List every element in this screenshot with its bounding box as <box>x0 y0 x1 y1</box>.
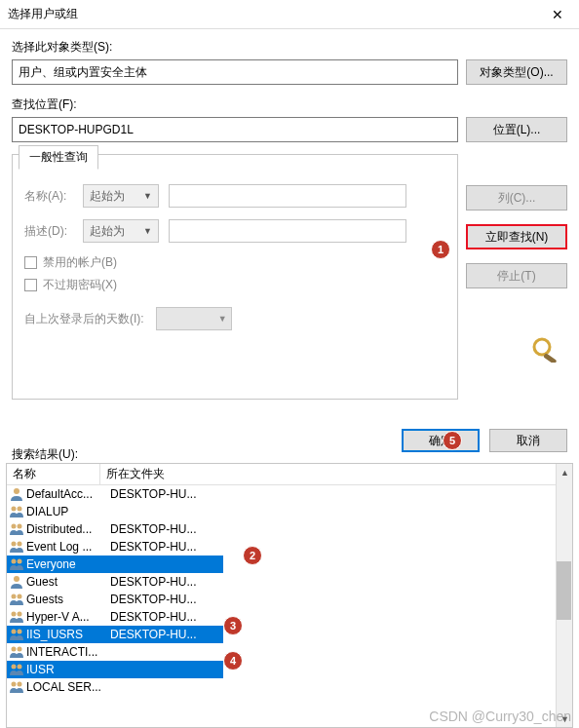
row-name: LOCAL SER... <box>26 680 102 694</box>
table-row[interactable]: Distributed...DESKTOP-HU... <box>7 520 572 538</box>
chevron-down-icon: ▼ <box>218 314 227 324</box>
row-folder: DESKTOP-HU... <box>102 522 572 536</box>
titlebar: 选择用户或组 ✕ <box>0 0 579 29</box>
row-folder: DESKTOP-HU... <box>102 540 572 554</box>
desc-operator-value: 起始为 <box>90 223 125 240</box>
svg-point-4 <box>18 507 22 512</box>
no-expire-checkbox[interactable] <box>24 279 37 291</box>
col-folder[interactable]: 所在文件夹 <box>100 464 572 484</box>
object-type-button[interactable]: 对象类型(O)... <box>466 59 567 85</box>
svg-point-20 <box>12 665 17 670</box>
group-icon <box>9 662 24 677</box>
svg-point-13 <box>18 594 22 599</box>
location-label: 查找位置(F): <box>12 96 567 113</box>
results-table: 名称 所在文件夹 DefaultAcc...DESKTOP-HU...DIALU… <box>6 463 573 728</box>
row-name: Distributed... <box>26 522 102 536</box>
disabled-accounts-checkbox[interactable] <box>24 256 37 269</box>
chevron-down-icon: ▼ <box>143 226 152 236</box>
query-tab[interactable]: 一般性查询 <box>19 145 98 170</box>
svg-point-16 <box>12 630 17 634</box>
row-name: DIALUP <box>26 505 102 518</box>
row-name: DefaultAcc... <box>26 487 102 501</box>
svg-point-19 <box>18 647 22 652</box>
svg-point-8 <box>18 542 22 547</box>
svg-point-5 <box>12 524 17 529</box>
table-row[interactable]: GuestDESKTOP-HU... <box>7 573 572 591</box>
col-name[interactable]: 名称 <box>7 464 100 484</box>
svg-point-23 <box>18 682 22 687</box>
scroll-up-arrow-icon[interactable]: ▲ <box>557 464 573 480</box>
columns-button[interactable]: 列(C)... <box>466 185 567 211</box>
table-row[interactable]: INTERACTI... <box>7 643 572 661</box>
svg-point-10 <box>18 559 22 564</box>
svg-point-7 <box>12 542 17 547</box>
name-input[interactable] <box>169 184 406 208</box>
svg-point-3 <box>12 507 17 512</box>
row-name: Guest <box>26 575 102 589</box>
row-folder: DESKTOP-HU... <box>102 593 572 606</box>
table-row[interactable]: LOCAL SER... <box>7 678 572 696</box>
row-name: INTERACTI... <box>26 645 102 659</box>
name-operator-value: 起始为 <box>90 188 125 205</box>
annotation-marker-5: 5 <box>443 431 462 450</box>
desc-input[interactable] <box>169 219 406 243</box>
scrollbar-thumb[interactable] <box>557 561 571 620</box>
group-icon <box>9 592 24 607</box>
ok-button[interactable]: 确定 <box>402 429 480 452</box>
group-icon <box>9 679 24 695</box>
table-row[interactable]: DefaultAcc...DESKTOP-HU... <box>7 485 572 503</box>
stop-button[interactable]: 停止(T) <box>466 263 567 288</box>
close-button[interactable]: ✕ <box>536 0 579 29</box>
window-title: 选择用户或组 <box>8 6 78 22</box>
svg-point-2 <box>14 488 19 494</box>
desc-label: 描述(D): <box>24 223 73 240</box>
scrollbar[interactable]: ▲ ▼ <box>556 464 572 727</box>
close-icon: ✕ <box>552 7 563 22</box>
location-value: DESKTOP-HUPGD1L <box>12 117 458 142</box>
svg-point-15 <box>18 612 22 617</box>
row-folder: DESKTOP-HU... <box>102 610 572 624</box>
object-type-label: 选择此对象类型(S): <box>12 39 567 56</box>
search-icon <box>530 337 561 363</box>
row-name: IUSR <box>26 663 102 676</box>
annotation-marker-2: 2 <box>243 546 262 565</box>
group-icon <box>9 556 24 572</box>
row-folder: DESKTOP-HU... <box>102 575 572 589</box>
object-type-value: 用户、组或内置安全主体 <box>12 59 458 85</box>
table-row[interactable]: DIALUP <box>7 503 572 520</box>
desc-operator-select[interactable]: 起始为 ▼ <box>83 219 159 243</box>
table-row[interactable]: Event Log ...DESKTOP-HU... <box>7 538 572 556</box>
row-name: Hyper-V A... <box>26 610 102 624</box>
table-row[interactable]: IUSR <box>7 661 223 678</box>
row-name: IIS_IUSRS <box>26 628 102 641</box>
name-operator-select[interactable]: 起始为 ▼ <box>83 184 159 208</box>
results-label: 搜索结果(U): <box>12 446 78 463</box>
days-select[interactable]: ▼ <box>156 307 232 330</box>
scroll-down-arrow-icon[interactable]: ▼ <box>557 710 573 727</box>
chevron-down-icon: ▼ <box>143 191 152 201</box>
row-folder: DESKTOP-HU... <box>102 628 223 641</box>
no-expire-label: 不过期密码(X) <box>43 277 117 293</box>
svg-point-18 <box>12 647 17 652</box>
group-icon <box>9 609 24 625</box>
table-row[interactable]: GuestsDESKTOP-HU... <box>7 591 572 608</box>
disabled-accounts-label: 禁用的帐户(B) <box>43 254 117 271</box>
group-icon <box>9 644 24 660</box>
table-row[interactable]: Everyone <box>7 556 223 573</box>
svg-point-11 <box>14 576 19 582</box>
row-name: Guests <box>26 593 102 606</box>
table-row[interactable]: IIS_IUSRSDESKTOP-HU... <box>7 626 223 643</box>
svg-point-22 <box>12 682 17 687</box>
location-button[interactable]: 位置(L)... <box>466 117 567 142</box>
table-header: 名称 所在文件夹 <box>7 464 572 485</box>
find-now-button[interactable]: 立即查找(N) <box>466 224 567 249</box>
group-icon <box>9 504 24 519</box>
user-icon <box>9 574 24 590</box>
query-tab-frame: 一般性查询 名称(A): 起始为 ▼ 描述(D): 起始为 ▼ 禁用的 <box>12 154 458 400</box>
cancel-button[interactable]: 取消 <box>489 429 567 452</box>
table-row[interactable]: Hyper-V A...DESKTOP-HU... <box>7 608 572 626</box>
annotation-marker-3: 3 <box>223 616 243 635</box>
svg-point-12 <box>12 594 17 599</box>
svg-point-0 <box>534 339 550 355</box>
row-folder: DESKTOP-HU... <box>102 487 572 501</box>
